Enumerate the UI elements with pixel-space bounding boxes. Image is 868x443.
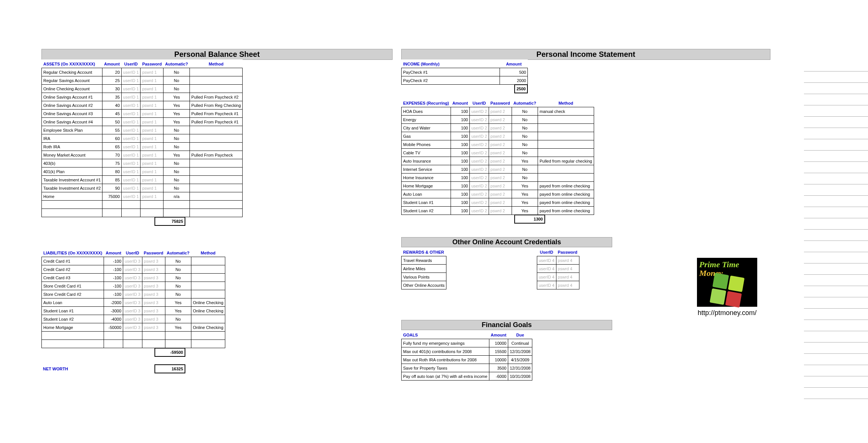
row-name: City and Water xyxy=(402,124,451,132)
row-method xyxy=(189,184,242,192)
row-name: Various Points xyxy=(402,273,446,281)
row-auto: No xyxy=(512,165,538,174)
goals-header-label: GOALS xyxy=(402,331,489,339)
row-name: Online Savings Account #3 xyxy=(42,110,102,118)
expenses-total: 1300 xyxy=(515,215,545,223)
row-method xyxy=(189,85,242,93)
row-name: 403(b) xyxy=(42,159,102,167)
table-row: Mobile Phones 100 userID 2 pswrd 2 No xyxy=(402,140,594,149)
row-method xyxy=(189,167,242,176)
expenses-table: EXPENSES (Recurring) Amount UserID Passw… xyxy=(401,99,594,215)
row-auto: Yes xyxy=(164,101,190,110)
row-name: HOA Dues xyxy=(402,107,451,116)
row-userid: userID 3 xyxy=(123,257,142,265)
row-userid: userID 2 xyxy=(470,165,489,174)
balance-sheet-title: Personal Balance Sheet xyxy=(41,49,393,60)
table-row: Money Market Account 70 userID 1 pswrd 1… xyxy=(42,151,243,159)
row-name: Credit Card #1 xyxy=(42,257,104,265)
row-amount: 100 xyxy=(451,174,470,182)
row-name: Credit Card #2 xyxy=(42,265,104,274)
row-password: pswrd 1 xyxy=(141,118,164,126)
row-auto: No xyxy=(165,265,191,274)
row-userid: userID 1 xyxy=(121,159,141,167)
row-method xyxy=(189,68,242,76)
row-amount: 100 xyxy=(451,132,470,140)
income-total: 2500 xyxy=(515,85,527,93)
row-auto: Yes xyxy=(165,307,191,315)
row-method: manual check xyxy=(538,107,594,116)
row-auto: No xyxy=(512,174,538,182)
table-row-empty xyxy=(42,201,243,209)
table-row: Home 75000 userID 1 pswrd 1 n/a xyxy=(42,192,243,201)
row-userid: userID 3 xyxy=(123,274,142,282)
table-row: Employee Stock Plan 55 userID 1 pswrd 1 … xyxy=(42,126,243,134)
row-method xyxy=(189,143,242,151)
row-name: 401(k) Plan xyxy=(42,167,102,176)
page-margin-lines xyxy=(804,60,868,399)
row-method xyxy=(191,315,225,323)
brand-logo: Prime Time Money xyxy=(697,258,757,307)
table-row: Student Loan #2 -4000 userID 3 pswrd 3 N… xyxy=(42,315,225,323)
row-name: PayCheck #2 xyxy=(402,76,500,85)
table-row: PayCheck #2 2000 xyxy=(402,76,528,85)
row-userid: userID 2 xyxy=(470,140,489,149)
row-method xyxy=(538,174,594,182)
table-row: Store Credit Card #1 -100 userID 3 pswrd… xyxy=(42,282,225,290)
row-amount: 60 xyxy=(102,134,122,143)
row-amount: 55 xyxy=(102,126,122,134)
row-password: pswrd 3 xyxy=(142,323,165,332)
row-password: pswrd 2 xyxy=(489,149,512,157)
row-method xyxy=(189,134,242,143)
table-row: Regular Checking Account 20 userID 1 psw… xyxy=(42,68,243,76)
table-row: Auto Loan -2000 userID 3 pswrd 3 Yes Onl… xyxy=(42,298,225,307)
row-auto: No xyxy=(164,68,190,76)
row-password: pswrd 2 xyxy=(489,165,512,174)
table-row: Home Mortgage 100 userID 2 pswrd 2 Yes p… xyxy=(402,182,594,190)
row-method xyxy=(189,76,242,85)
row-userid: userID 2 xyxy=(470,116,489,124)
row-userid: userID 4 xyxy=(537,273,556,281)
row-name: Home Mortgage xyxy=(42,323,104,332)
table-row: Credit Card #3 -100 userID 3 pswrd 3 No xyxy=(42,274,225,282)
row-method: Pulled From Paycheck xyxy=(189,151,242,159)
row-password: pswrd 2 xyxy=(489,124,512,132)
table-row: Internet Service 100 userID 2 pswrd 2 No xyxy=(402,165,594,174)
row-password: pswrd 2 xyxy=(489,198,512,207)
row-password: pswrd 1 xyxy=(141,93,164,101)
row-userid: userID 1 xyxy=(121,93,141,101)
row-auto: No xyxy=(512,149,538,157)
row-userid: userID 1 xyxy=(121,68,141,76)
row-amount: 100 xyxy=(451,182,470,190)
row-password: pswrd 3 xyxy=(142,265,165,274)
table-row: Online Savings Account #3 45 userID 1 ps… xyxy=(42,110,243,118)
row-password: pswrd 1 xyxy=(141,126,164,134)
col-userid: UserID xyxy=(121,60,141,68)
table-row: Credit Card #1 -100 userID 3 pswrd 3 No xyxy=(42,257,225,265)
col-auto: Automatic? xyxy=(164,60,190,68)
table-row: Home Mortgage -50000 userID 3 pswrd 3 Ye… xyxy=(42,323,225,332)
row-auto: No xyxy=(165,315,191,323)
row-password: pswrd 1 xyxy=(141,192,164,201)
row-method: payed from online checking xyxy=(538,190,594,198)
table-row: IRA 60 userID 1 pswrd 1 No xyxy=(42,134,243,143)
row-password: pswrd 2 xyxy=(489,116,512,124)
row-name: Energy xyxy=(402,116,451,124)
row-name: Taxable Investment Account #1 xyxy=(42,176,102,184)
table-row: Online Checking Account 30 userID 1 pswr… xyxy=(42,85,243,93)
row-method: Online Checking xyxy=(191,307,225,315)
table-row: Fully fund my emergency savings 10000 Co… xyxy=(402,339,532,347)
row-password: pswrd 1 xyxy=(141,143,164,151)
row-password: pswrd 3 xyxy=(142,315,165,323)
row-auto: Yes xyxy=(512,207,538,215)
table-row: userID 4 pswrd 4 xyxy=(537,281,579,289)
row-auto: No xyxy=(512,140,538,149)
table-row: Taxable Investment Account #2 90 userID … xyxy=(42,184,243,192)
table-row: HOA Dues 100 userID 2 pswrd 2 No manual … xyxy=(402,107,594,116)
row-name: Save for Property Taxes xyxy=(402,364,489,372)
table-row: Credit Card #2 -100 userID 3 pswrd 3 No xyxy=(42,265,225,274)
row-amount: 100 xyxy=(451,190,470,198)
row-userid: userID 4 xyxy=(537,281,556,289)
row-userid: userID 1 xyxy=(121,143,141,151)
row-password: pswrd 3 xyxy=(142,274,165,282)
row-method: payed from online checking xyxy=(538,207,594,215)
